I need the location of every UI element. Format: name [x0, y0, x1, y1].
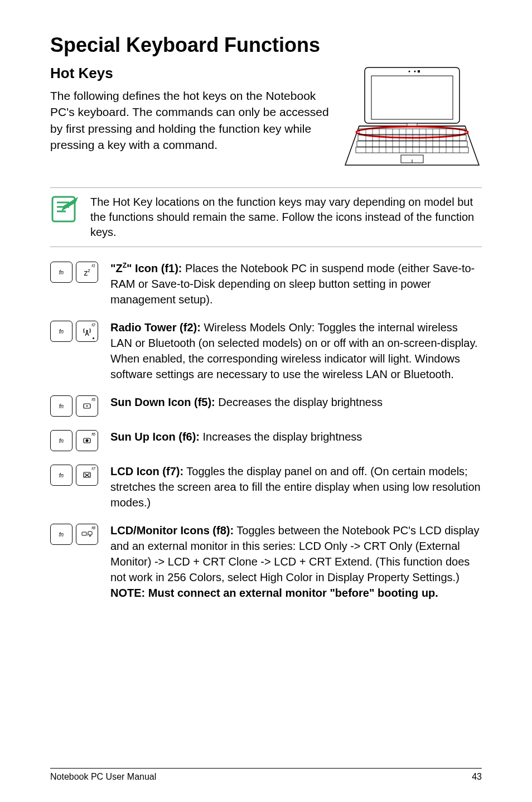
- note-row: The Hot Key locations on the function ke…: [50, 187, 482, 247]
- keys-f7: fn f7: [50, 463, 106, 486]
- footer-title: Notebook PC User Manual: [50, 772, 156, 782]
- lcd-icon: [83, 471, 91, 480]
- func-row-f7: fn f7 LCD Icon (f7): Toggles the display…: [50, 463, 482, 510]
- desc-f6: Sun Up Icon (f6): Increases the display …: [110, 429, 482, 445]
- keys-f8: fn f8 /: [50, 523, 106, 545]
- key-f1: f1 zz: [76, 262, 98, 283]
- key-fn: fn: [50, 395, 72, 417]
- note-text: The Hot Key locations on the function ke…: [90, 195, 482, 240]
- footer: Notebook PC User Manual 43: [50, 768, 482, 782]
- desc-f2: Radio Tower (f2): Wireless Models Only: …: [110, 320, 482, 382]
- radio-tower-icon: [83, 326, 91, 336]
- keys-f1: fn f1 zz: [50, 260, 106, 283]
- sun-up-icon: [83, 436, 91, 445]
- key-fn: fn: [50, 465, 72, 486]
- func-row-f2: fn f2 Radio Tower (f2): Wireless Models …: [50, 320, 482, 382]
- intro-text: The following defines the hot keys on th…: [50, 88, 331, 153]
- func-row-f6: fn f6 Sun Up Icon (f6): Increases the di…: [50, 429, 482, 451]
- key-f2: f2: [76, 321, 98, 342]
- svg-marker-5: [345, 126, 479, 165]
- key-fn: fn: [50, 430, 72, 451]
- subheading: Hot Keys: [50, 65, 331, 82]
- svg-rect-9: [359, 129, 465, 134]
- svg-point-42: [86, 439, 89, 442]
- page-number: 43: [472, 772, 482, 782]
- desc-f1: "ZZ" Icon (f1): Places the Notebook PC i…: [110, 260, 482, 307]
- svg-point-8: [356, 127, 468, 138]
- sun-down-icon: [83, 402, 91, 410]
- intro-row: Hot Keys The following defines the hot k…: [50, 65, 482, 171]
- func-row-f5: fn f5 Sun Down Icon (f5): Decreases the …: [50, 394, 482, 417]
- desc-f8: LCD/Monitor Icons (f8): Toggles between …: [110, 523, 482, 601]
- laptop-illustration: [342, 65, 482, 171]
- svg-point-2: [409, 71, 410, 73]
- keys-f2: fn f2: [50, 320, 106, 342]
- svg-rect-4: [418, 70, 420, 73]
- func-row-f1: fn f1 zz "ZZ" Icon (f1): Places the Note…: [50, 260, 482, 307]
- key-f6: f6: [76, 430, 98, 451]
- svg-point-3: [414, 71, 416, 73]
- key-fn: fn: [50, 524, 72, 545]
- zz-icon: zz: [84, 268, 90, 277]
- svg-rect-7: [407, 123, 417, 126]
- svg-rect-1: [371, 76, 453, 119]
- keys-f6: fn f6: [50, 429, 106, 451]
- key-f7: f7: [76, 465, 98, 486]
- desc-f5: Sun Down Icon (f5): Decreases the displa…: [110, 394, 482, 410]
- key-f8: f8 /: [76, 524, 98, 545]
- keys-f5: fn f5: [50, 394, 106, 417]
- lcd-monitor-icon: /: [81, 530, 93, 538]
- svg-rect-48: [88, 532, 92, 535]
- page-heading: Special Keyboard Functions: [50, 33, 482, 57]
- svg-line-36: [85, 331, 87, 336]
- key-f5: f5: [76, 395, 98, 417]
- svg-line-37: [87, 331, 89, 336]
- key-fn: fn: [50, 321, 72, 342]
- desc-f7: LCD Icon (f7): Toggles the display panel…: [110, 463, 482, 510]
- svg-rect-46: [82, 532, 86, 535]
- svg-point-40: [86, 405, 88, 407]
- note-icon: [50, 195, 79, 224]
- svg-rect-11: [357, 141, 467, 147]
- key-fn: fn: [50, 262, 72, 283]
- func-row-f8: fn f8 / LCD/Monitor Icons (f8): Toggles …: [50, 523, 482, 601]
